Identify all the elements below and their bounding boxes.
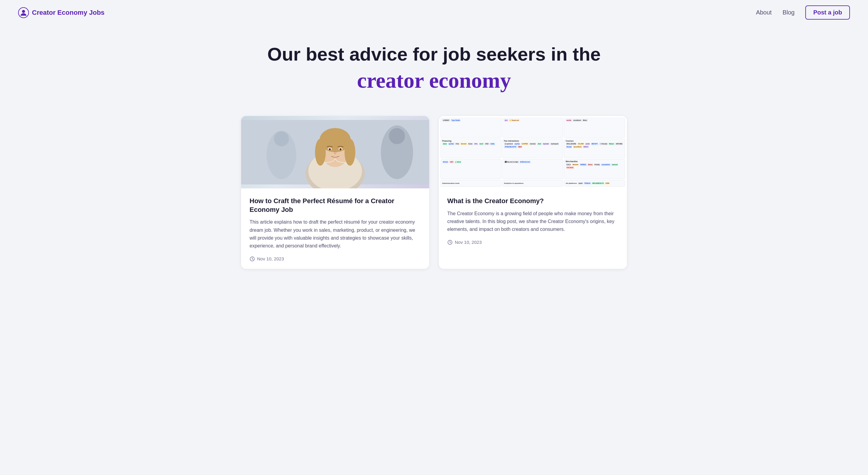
- svg-point-13: [344, 139, 355, 165]
- map-bottom-admin: Administrative tools: [441, 180, 501, 187]
- blog-link[interactable]: Blog: [782, 9, 795, 16]
- card-2-content: What is the Creator Economy? The Creator…: [439, 188, 627, 252]
- logo-icon: [18, 7, 29, 18]
- nav-links: About Blog Post a job: [756, 5, 850, 20]
- svg-point-4: [389, 128, 405, 144]
- map-bottom-ad: Ad platforms #paid TONGAL INFLUENCE.CO G…: [564, 180, 625, 187]
- about-link[interactable]: About: [756, 9, 772, 16]
- card-1-excerpt: This article explains how to draft the p…: [250, 218, 421, 250]
- map-bottom-analytics: Analytics & operations: [502, 180, 563, 187]
- card-1-content: How to Craft the Perfect Résumé for a Cr…: [241, 188, 429, 269]
- logo-text: Creator Economy Jobs: [32, 9, 104, 17]
- map-cell-human: Human LBO ▲ lance: [441, 159, 501, 179]
- hero-title: Our best advice for job seekers in the c…: [12, 43, 856, 95]
- card-1-title: How to Craft the Perfect Résumé for a Cr…: [250, 197, 421, 214]
- svg-point-1: [22, 10, 25, 13]
- map-cell-merch-bottom: ⬛ flay-ma & origin ⊞ Mentorcom: [502, 159, 563, 179]
- blog-card-2[interactable]: LOWKEY Type Studio @ni 🔆 Supercast karib…: [439, 116, 627, 269]
- card-2-date: Nov 10, 2023: [455, 240, 482, 245]
- map-cell-merchandise: Merchandise CALA Moteefe SPRING fitetoy …: [564, 159, 625, 179]
- card-1-date: Nov 10, 2023: [257, 256, 284, 261]
- svg-point-17: [339, 148, 341, 150]
- blog-card-1[interactable]: How to Craft the Perfect Résumé for a Cr…: [241, 116, 429, 269]
- card-2-excerpt: The Creator Economy is a growing field o…: [447, 210, 618, 233]
- map-cell-courses: Courses SKILLSHARE KAJABI podia METAFY ✓…: [564, 139, 625, 159]
- map-bottom-row: Administrative tools Analytics & operati…: [441, 180, 625, 187]
- card-2-image: LOWKEY Type Studio @ni 🔆 Supercast karib…: [439, 116, 627, 188]
- logo-link[interactable]: Creator Economy Jobs: [18, 7, 104, 18]
- card-1-image: [241, 116, 429, 188]
- hero-title-line2: creator economy: [12, 67, 856, 95]
- hero-section: Our best advice for job seekers in the c…: [0, 25, 868, 110]
- svg-point-6: [274, 131, 289, 146]
- cards-grid: How to Craft the Perfect Résumé for a Cr…: [223, 110, 645, 293]
- map-row-2: Financing Juice spotter Fritz fairmint K…: [441, 139, 625, 159]
- clock-icon-2: [447, 240, 453, 245]
- clock-icon-1: [250, 256, 255, 262]
- map-cell-financing: Financing Juice spotter Fritz fairmint K…: [441, 139, 501, 159]
- map-row-1: LOWKEY Type Studio @ni 🔆 Supercast karib…: [441, 118, 625, 138]
- card-1-meta: Nov 10, 2023: [250, 256, 421, 262]
- person-illustration: [241, 116, 429, 188]
- card-2-title: What is the Creator Economy?: [447, 197, 618, 205]
- hero-title-line1: Our best advice for job seekers in the: [267, 44, 601, 64]
- map-cell-fan: Fan interactions @ quinvest payhip LOOPE…: [502, 139, 563, 159]
- map-row-3: Human LBO ▲ lance ⬛ flay-ma & origin ⊞ M…: [441, 159, 625, 179]
- map-cell-karible: karible socialback Mimir: [564, 118, 625, 138]
- map-cell-lowkey: LOWKEY Type Studio: [441, 118, 501, 138]
- navbar: Creator Economy Jobs About Blog Post a j…: [0, 0, 868, 25]
- svg-point-12: [315, 139, 326, 165]
- post-job-button[interactable]: Post a job: [805, 5, 850, 20]
- card-2-meta: Nov 10, 2023: [447, 240, 618, 245]
- map-cell-supercast: @ni 🔆 Supercast: [502, 118, 563, 138]
- svg-point-16: [329, 148, 331, 150]
